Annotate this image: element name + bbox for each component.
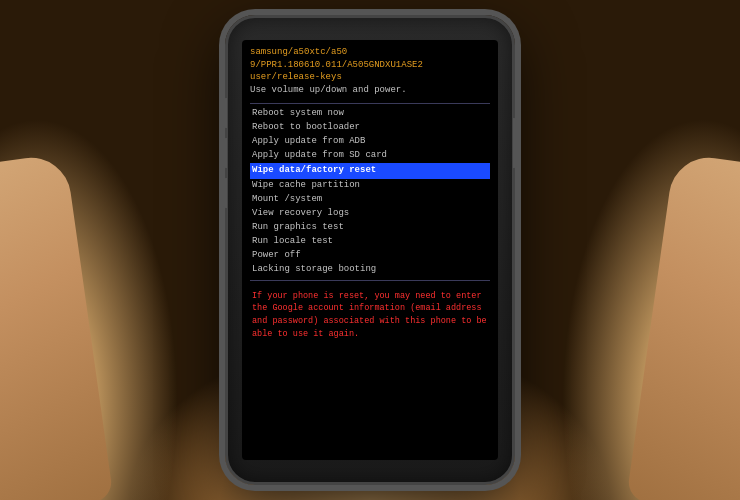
- menu-item-apply-adb[interactable]: Apply update from ADB: [250, 135, 490, 149]
- screen-content: samsung/a50xtc/a50 9/PPR1.180610.011/A50…: [242, 40, 498, 460]
- menu-item-locale-test[interactable]: Run locale test: [250, 235, 490, 249]
- recovery-menu: Reboot system now Reboot to bootloader A…: [250, 107, 490, 276]
- volume-down-button[interactable]: [223, 138, 227, 168]
- build-number-line: 9/PPR1.180610.011/A505GNDXU1ASE2: [250, 59, 490, 72]
- instructions-line: Use volume up/down and power.: [250, 84, 490, 97]
- power-button[interactable]: [513, 118, 517, 168]
- menu-item-power-off[interactable]: Power off: [250, 249, 490, 263]
- warning-section: If your phone is reset, you may need to …: [250, 288, 490, 343]
- phone-screen: samsung/a50xtc/a50 9/PPR1.180610.011/A50…: [242, 40, 498, 460]
- device-model-line: samsung/a50xtc/a50: [250, 46, 490, 59]
- menu-item-apply-sdcard[interactable]: Apply update from SD card: [250, 149, 490, 163]
- menu-item-reboot-bootloader[interactable]: Reboot to bootloader: [250, 121, 490, 135]
- menu-item-view-logs[interactable]: View recovery logs: [250, 207, 490, 221]
- device-info-header: samsung/a50xtc/a50 9/PPR1.180610.011/A50…: [250, 46, 490, 96]
- scene: samsung/a50xtc/a50 9/PPR1.180610.011/A50…: [0, 0, 740, 500]
- volume-up-button[interactable]: [223, 98, 227, 128]
- header-divider: [250, 103, 490, 104]
- menu-item-wipe-cache[interactable]: Wipe cache partition: [250, 179, 490, 193]
- menu-divider: [250, 280, 490, 281]
- build-type-line: user/release-keys: [250, 71, 490, 84]
- phone: samsung/a50xtc/a50 9/PPR1.180610.011/A50…: [225, 15, 515, 485]
- menu-item-lacking-storage[interactable]: Lacking storage booting: [250, 263, 490, 277]
- menu-item-wipe-factory[interactable]: Wipe data/factory reset: [250, 163, 490, 179]
- bixby-button[interactable]: [223, 178, 227, 208]
- menu-item-graphics-test[interactable]: Run graphics test: [250, 221, 490, 235]
- frp-warning-text: If your phone is reset, you may need to …: [252, 290, 488, 341]
- menu-item-reboot-system[interactable]: Reboot system now: [250, 107, 490, 121]
- menu-item-mount-system[interactable]: Mount /system: [250, 193, 490, 207]
